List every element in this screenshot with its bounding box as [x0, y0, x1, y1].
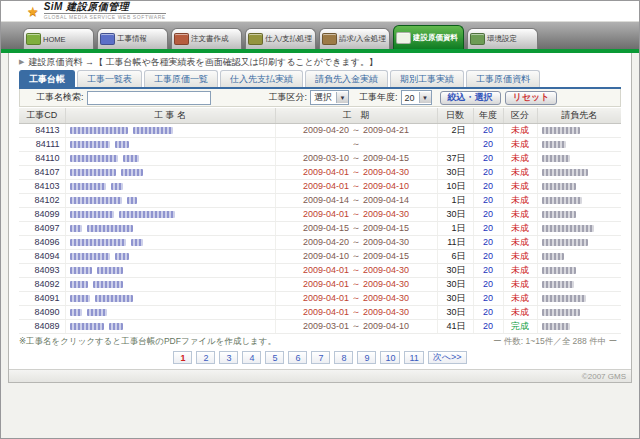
redacted-name	[95, 295, 133, 302]
contractor	[537, 194, 621, 208]
page-button-7[interactable]: 7	[311, 351, 330, 364]
redacted-name	[70, 141, 110, 148]
koji-period: 2009-03-01 ～ 2009-04-10	[275, 320, 437, 334]
redacted-contractor	[542, 253, 564, 260]
koji-name-link[interactable]	[65, 194, 275, 208]
logo-bar: ★ SiM 建設原価管理 GLOBAL MEDIA SERVICE WEB SO…	[1, 1, 639, 22]
pagination: 1 2 3 4 5 6 7 8 9 10 11 次へ>>	[19, 351, 621, 364]
page-button-10[interactable]: 10	[380, 351, 400, 364]
year: 20	[473, 124, 503, 138]
koji-name-link[interactable]	[65, 124, 275, 138]
year: 20	[473, 208, 503, 222]
nav-tab-shiire-shiharai[interactable]: 仕入/支払処理	[245, 28, 316, 49]
home-icon	[26, 33, 41, 45]
koji-name-link[interactable]	[65, 292, 275, 306]
table-row: 84103 2009-04-01 ～ 2009-04-10 10日 20 未成	[19, 180, 621, 194]
redacted-name	[70, 323, 104, 330]
nav-tab-settings[interactable]: 環境設定	[467, 28, 538, 49]
redacted-name	[123, 155, 139, 162]
days: 30日	[437, 292, 473, 306]
page-button-6[interactable]: 6	[288, 351, 307, 364]
contractor	[537, 180, 621, 194]
status: 完成	[503, 320, 537, 334]
name-search-input[interactable]	[87, 91, 211, 105]
page-button-3[interactable]: 3	[219, 351, 238, 364]
koji-cd: 84102	[19, 194, 65, 208]
koji-name-link[interactable]	[65, 180, 275, 194]
koji-name-link[interactable]	[65, 222, 275, 236]
page-button-4[interactable]: 4	[242, 351, 261, 364]
redacted-name	[119, 211, 175, 218]
nav-tab-chumonsho[interactable]: 注文書作成	[171, 28, 242, 49]
days: 30日	[437, 208, 473, 222]
year: 20	[473, 138, 503, 152]
redacted-contractor	[542, 211, 576, 218]
kubun-select-value: 選択	[314, 91, 332, 104]
status: 未成	[503, 194, 537, 208]
subtab-genka-ichiran[interactable]: 工事原価一覧	[144, 70, 218, 87]
subtab-koji-ichiran[interactable]: 工事一覧表	[77, 70, 142, 87]
redacted-contractor	[542, 141, 566, 148]
nav-tab-koji-joho[interactable]: 工事情報	[97, 28, 168, 49]
redacted-name	[87, 225, 133, 232]
year: 20	[473, 236, 503, 250]
koji-name-link[interactable]	[65, 320, 275, 334]
subtab-koji-daicho[interactable]: 工事台帳	[19, 70, 75, 87]
days: 1日	[437, 194, 473, 208]
order-icon	[174, 33, 189, 45]
page-button-8[interactable]: 8	[334, 351, 353, 364]
table-row: 84107 2009-04-01 ～ 2009-04-30 30日 20 未成	[19, 166, 621, 180]
table-footer-info: ※工事名をクリックすると工事台帳のPDFファイルを作成します。 ー 件数: 1~…	[19, 336, 621, 347]
page-button-9[interactable]: 9	[357, 351, 376, 364]
col-contractor: 請負先名	[537, 108, 621, 124]
days: 30日	[437, 264, 473, 278]
redacted-name	[133, 127, 173, 134]
subtab-shiire-jisseki[interactable]: 仕入先支払実績	[220, 70, 303, 87]
name-search-label: 工事名検索:	[36, 91, 84, 104]
year-select[interactable]: 20 ▼	[401, 90, 432, 105]
col-period: 工 期	[275, 108, 437, 124]
table-row: 84113 2009-04-20 ～ 2009-04-21 2日 20 未成	[19, 124, 621, 138]
koji-name-link[interactable]	[65, 236, 275, 250]
page-button-1[interactable]: 1	[173, 351, 192, 364]
nav-tab-label: 建設原価資料	[413, 33, 458, 43]
nav-tab-seikyu-nyukin[interactable]: 請求/入金処理	[319, 28, 390, 49]
days: 10日	[437, 180, 473, 194]
koji-name-link[interactable]	[65, 138, 275, 152]
koji-period: 2009-03-10 ～ 2009-04-15	[275, 152, 437, 166]
koji-name-link[interactable]	[65, 152, 275, 166]
nav-tab-home[interactable]: HOME	[23, 28, 94, 49]
redacted-contractor	[542, 127, 580, 134]
page-button-5[interactable]: 5	[265, 351, 284, 364]
narrow-select-button[interactable]: 絞込・選択	[440, 91, 501, 105]
redacted-name	[70, 309, 82, 316]
contractor	[537, 222, 621, 236]
redacted-contractor	[542, 183, 576, 190]
reset-button[interactable]: リセット	[505, 91, 558, 105]
next-page-button[interactable]: 次へ>>	[428, 351, 467, 364]
redacted-name	[70, 169, 116, 176]
star-icon: ★	[27, 4, 39, 19]
status: 未成	[503, 264, 537, 278]
koji-name-link[interactable]	[65, 264, 275, 278]
koji-cd: 84093	[19, 264, 65, 278]
nav-tab-genka-shiryo[interactable]: 建設原価資料	[393, 25, 464, 49]
page-button-2[interactable]: 2	[196, 351, 215, 364]
koji-name-link[interactable]	[65, 278, 275, 292]
koji-name-link[interactable]	[65, 166, 275, 180]
page-button-11[interactable]: 11	[404, 351, 423, 364]
year-select-value: 20	[405, 93, 415, 103]
koji-name-link[interactable]	[65, 208, 275, 222]
koji-name-link[interactable]	[65, 250, 275, 264]
table-row: 84110 2009-03-10 ～ 2009-04-15 37日 20 未成	[19, 152, 621, 166]
subtab-ukeoi-jisseki[interactable]: 請負先入金実績	[305, 70, 388, 87]
koji-name-link[interactable]	[65, 306, 275, 320]
subtab-genka-shiryo[interactable]: 工事原価資料	[466, 70, 540, 87]
days: 6日	[437, 250, 473, 264]
days	[437, 138, 473, 152]
year: 20	[473, 292, 503, 306]
kubun-select[interactable]: 選択 ▼	[310, 90, 349, 105]
status: 未成	[503, 138, 537, 152]
subtab-kibetsu-jisseki[interactable]: 期別工事実績	[390, 70, 464, 87]
table-row: 84097 2009-04-15 ～ 2009-04-15 1日 20 未成	[19, 222, 621, 236]
